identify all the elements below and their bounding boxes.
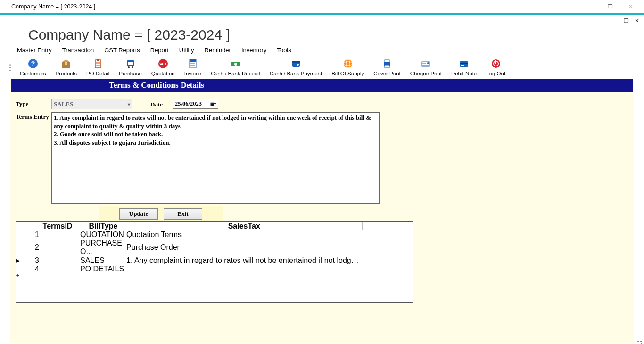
- grid-cell[interactable]: 3: [35, 256, 80, 265]
- svg-rect-30: [385, 65, 389, 68]
- toolbar-item-cover-print[interactable]: Cover Print: [369, 57, 405, 78]
- toolbar-item-label: Cash / Bank Receipt: [211, 71, 260, 76]
- grid-cell[interactable]: PURCHASE O...: [80, 239, 126, 256]
- row-header[interactable]: [16, 265, 35, 273]
- clipboard-icon: [92, 58, 104, 69]
- menu-master-entry[interactable]: Master Entry: [17, 47, 52, 54]
- terms-conditions-panel: Terms & Conditions Details Type SALES ▾ …: [10, 79, 634, 343]
- toolbar-item-purchase[interactable]: Purchase: [114, 57, 147, 78]
- grid-cell[interactable]: [35, 273, 80, 282]
- sale-red-icon: SALE: [157, 58, 169, 69]
- menu-tools[interactable]: Tools: [277, 47, 291, 54]
- outer-window-title: Company Name = [ 2023-2024 ]: [3, 3, 95, 10]
- date-picker[interactable]: 25/06/2023 ▦▾: [173, 99, 218, 109]
- toolbar-item-label: Cover Print: [373, 71, 401, 76]
- toolbar-item-customers[interactable]: ?Customers: [15, 57, 51, 78]
- button-panel: Update Exit: [99, 206, 223, 221]
- grid-cell[interactable]: [80, 273, 126, 282]
- svg-point-13: [132, 66, 133, 68]
- page-title: Company Name = [ 2023-2024 ]: [0, 25, 644, 46]
- toolbar-item-invoice[interactable]: Invoice: [180, 57, 206, 78]
- svg-rect-29: [385, 60, 389, 62]
- svg-text:SALE: SALE: [158, 62, 167, 66]
- grid-cell[interactable]: QUOTATION: [80, 230, 126, 239]
- toolbar-item-label: Quotation: [151, 71, 175, 76]
- mdi-restore-button[interactable]: ❐: [624, 17, 629, 24]
- grid-cell[interactable]: PO DETAILS: [80, 265, 126, 273]
- mdi-close-button[interactable]: ✕: [635, 17, 639, 24]
- table-row[interactable]: ▸3SALES1. Any complaint in regard to rat…: [16, 256, 413, 265]
- row-header[interactable]: *: [16, 273, 35, 282]
- chevron-down-icon: ▾: [128, 102, 130, 107]
- terms-entry-textarea[interactable]: [51, 112, 380, 204]
- svg-rect-17: [190, 59, 196, 62]
- toolbar-item-log-out[interactable]: Log Out: [481, 57, 510, 78]
- grid-cell[interactable]: SALES: [80, 256, 126, 265]
- grid-cell[interactable]: Purchase Order: [126, 239, 362, 256]
- toolbar-item-products[interactable]: Products: [51, 57, 82, 78]
- mdi-window-controls: — ❐ ✕: [0, 16, 644, 25]
- toolbar-item-quotation[interactable]: SALEQuotation: [147, 57, 180, 78]
- toolbar-item-label: Bill Of Supply: [331, 71, 364, 76]
- toolbar-item-po-detail[interactable]: PO Detail: [82, 57, 114, 78]
- table-row[interactable]: 1QUOTATIONQuotation Terms: [16, 230, 413, 239]
- close-button[interactable]: ✕: [620, 0, 641, 13]
- exit-button[interactable]: Exit: [164, 208, 202, 220]
- svg-point-21: [234, 63, 237, 66]
- printer-icon: [381, 58, 393, 69]
- svg-marker-3: [62, 59, 70, 62]
- toolbar-item-label: Customers: [20, 71, 46, 76]
- table-row[interactable]: 4PO DETAILS: [16, 265, 413, 273]
- toolbar-item-cash-bank-payment[interactable]: Cash / Bank Payment: [265, 57, 327, 78]
- grid-cell[interactable]: [126, 265, 362, 273]
- toolbar-item-label: Cash / Bank Payment: [270, 71, 322, 76]
- cheque-icon: [420, 58, 431, 69]
- money-icon: [230, 58, 241, 69]
- svg-rect-4: [65, 62, 67, 65]
- resize-grip-icon[interactable]: [636, 337, 642, 344]
- menu-gst-reports[interactable]: GST Reports: [104, 47, 140, 54]
- toolbar-item-bill-of-supply[interactable]: Bill Of Supply: [327, 57, 369, 78]
- grid-cell[interactable]: 4: [35, 265, 80, 273]
- terms-entry-label: Terms Entry: [16, 112, 51, 121]
- grid-cell[interactable]: 1. Any complaint in regard to rates will…: [126, 256, 362, 265]
- grid-header-termsid[interactable]: TermsID: [35, 222, 80, 230]
- toolbar-item-label: PO Detail: [86, 71, 109, 76]
- menu-transaction[interactable]: Transaction: [62, 47, 94, 54]
- table-row[interactable]: *: [16, 273, 413, 282]
- menu-report[interactable]: Report: [150, 47, 169, 54]
- toolbar-item-cash-bank-receipt[interactable]: Cash / Bank Receipt: [206, 57, 265, 78]
- svg-point-24: [297, 64, 299, 66]
- terms-data-grid[interactable]: TermsID BillType SalesTax 1QUOTATIONQuot…: [16, 221, 413, 303]
- row-header[interactable]: ▸: [16, 256, 35, 265]
- grid-header-billtype[interactable]: BillType: [80, 222, 126, 230]
- toolbar-item-debit-note[interactable]: Debit Note: [446, 57, 481, 78]
- svg-rect-11: [128, 62, 133, 65]
- toolbar-item-label: Products: [56, 71, 77, 76]
- menu-reminder[interactable]: Reminder: [205, 47, 231, 54]
- row-header[interactable]: [16, 239, 35, 256]
- grid-cell[interactable]: Quotation Terms: [126, 230, 362, 239]
- grid-cell[interactable]: 1: [35, 230, 80, 239]
- maximize-button[interactable]: ❐: [600, 0, 620, 13]
- menu-utility[interactable]: Utility: [179, 47, 194, 54]
- minimize-button[interactable]: ─: [579, 0, 600, 13]
- toolbar-item-cheque-print[interactable]: Cheque Print: [405, 57, 446, 78]
- grid-header-salestax[interactable]: SalesTax: [126, 222, 362, 230]
- card-icon: [458, 58, 470, 69]
- mdi-minimize-button[interactable]: —: [612, 17, 618, 24]
- wallet-icon: [290, 58, 302, 69]
- toolbar-item-label: Debit Note: [451, 71, 477, 76]
- window-accent-divider: [0, 13, 644, 15]
- table-row[interactable]: 2PURCHASE O...Purchase Order: [16, 239, 413, 256]
- toolbar-item-label: Invoice: [184, 71, 201, 76]
- calendar-icon: ▦▾: [210, 101, 216, 107]
- row-header[interactable]: [16, 230, 35, 239]
- update-button[interactable]: Update: [119, 208, 158, 220]
- svg-rect-23: [292, 61, 300, 63]
- grid-cell[interactable]: [126, 273, 362, 282]
- grid-cell[interactable]: 2: [35, 239, 80, 256]
- type-combobox[interactable]: SALES ▾: [51, 99, 132, 109]
- menu-inventory[interactable]: Inventory: [241, 47, 266, 54]
- box-icon: [60, 58, 72, 69]
